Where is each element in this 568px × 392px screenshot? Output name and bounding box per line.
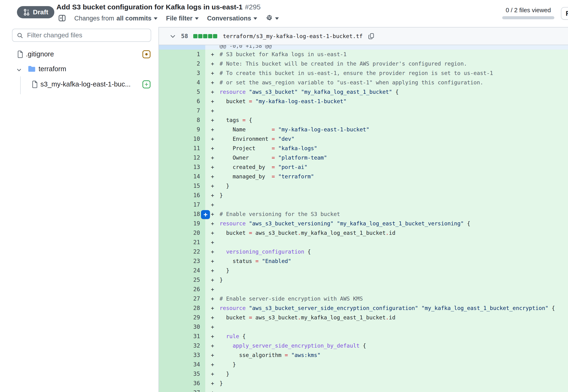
- code-line: + versioning_configuration {: [205, 247, 568, 256]
- line-number[interactable]: 6: [159, 97, 205, 106]
- pr-header: Draft Add S3 bucket configuration for Ka…: [0, 0, 568, 27]
- line-number[interactable]: 24: [159, 266, 205, 275]
- line-number[interactable]: 33: [159, 350, 205, 360]
- collapse-file-button[interactable]: [169, 33, 176, 40]
- add-comment-button[interactable]: +: [201, 210, 210, 219]
- chevron-down-icon: [16, 67, 22, 74]
- line-number[interactable]: 31: [159, 332, 205, 341]
- diff-line-row: 14+ managed_by = "terraform": [159, 172, 568, 181]
- draft-pr-icon: [23, 9, 30, 16]
- line-number[interactable]: 25: [159, 275, 205, 285]
- line-number[interactable]: 1: [159, 50, 205, 59]
- file-path-link[interactable]: terraform/s3_my-kafka-log-east-1-bucket.…: [223, 33, 363, 40]
- diffstat-block: [213, 34, 217, 38]
- diff-line-row: 36+}: [159, 378, 568, 388]
- diff-settings-dropdown[interactable]: [266, 14, 279, 23]
- code-line: +: [205, 388, 568, 392]
- line-number[interactable]: 18: [159, 210, 205, 219]
- code-line: +resource "aws_s3_bucket_versioning" "my…: [205, 219, 568, 228]
- addition-marker: +: [211, 256, 220, 266]
- line-number[interactable]: 4: [159, 78, 205, 87]
- file-filter-dropdown[interactable]: File filter: [166, 15, 199, 22]
- line-number[interactable]: 26: [159, 285, 205, 294]
- diff-line-row: 29+ bucket = aws_s3_bucket.my_kafka_log_…: [159, 313, 568, 322]
- diff-line-row: 6+ bucket = "my-kafka-log-east-1-bucket": [159, 97, 568, 106]
- chevron-down-icon: [275, 17, 279, 20]
- diffstat-block: [208, 34, 212, 38]
- diffstat-block: [203, 34, 207, 38]
- diff-line-row: 21+: [159, 238, 568, 247]
- line-number[interactable]: 28: [159, 303, 205, 313]
- conversations-dropdown[interactable]: Conversations: [207, 15, 257, 22]
- line-number[interactable]: 2: [159, 59, 205, 68]
- addition-marker: +: [211, 144, 220, 153]
- addition-marker: +: [211, 332, 220, 341]
- line-number[interactable]: 15: [159, 181, 205, 191]
- line-number[interactable]: 37: [159, 388, 205, 392]
- line-number[interactable]: 10: [159, 134, 205, 144]
- line-number[interactable]: 7: [159, 106, 205, 115]
- line-number[interactable]: 20: [159, 228, 205, 238]
- line-number[interactable]: 14: [159, 172, 205, 181]
- file-tree-item-s3-bucket-tf[interactable]: s3_my-kafka-log-east-1-buc... +: [0, 79, 159, 90]
- line-number[interactable]: 13: [159, 162, 205, 172]
- line-number[interactable]: 8: [159, 115, 205, 125]
- line-number[interactable]: 11: [159, 144, 205, 153]
- line-number[interactable]: 23: [159, 256, 205, 266]
- draft-badge: Draft: [17, 6, 54, 18]
- line-number[interactable]: 27: [159, 294, 205, 303]
- hunk-gutter: [159, 45, 205, 50]
- changes-from-dropdown[interactable]: Changes from all commits: [74, 15, 157, 22]
- addition-marker: +: [211, 162, 220, 172]
- code-line: +# or set the aws_region variable to "us…: [205, 78, 568, 87]
- addition-marker: +: [211, 87, 220, 97]
- code-line: +: [205, 106, 568, 115]
- folder-icon: [28, 65, 36, 73]
- addition-marker: +: [211, 59, 220, 68]
- addition-marker: +: [211, 303, 220, 313]
- pr-title: Add S3 bucket configuration for Kafka lo…: [57, 3, 243, 11]
- code-line: +# Enable versioning for the S3 bucket: [205, 210, 568, 219]
- line-number[interactable]: 32: [159, 341, 205, 350]
- addition-marker: +: [211, 210, 220, 219]
- code-line: +}: [205, 378, 568, 388]
- copy-path-button[interactable]: [368, 33, 375, 40]
- sidebar-toggle-button[interactable]: [58, 14, 66, 23]
- line-number[interactable]: 36: [159, 378, 205, 388]
- file-filter-label: File filter: [166, 15, 193, 22]
- line-number[interactable]: 17: [159, 200, 205, 210]
- review-changes-button[interactable]: R: [561, 7, 568, 20]
- file-tree-item-terraform[interactable]: terraform: [0, 63, 159, 75]
- line-number[interactable]: 19: [159, 219, 205, 228]
- hunk-header-text-clipped: @@ -0,0 +1,58 @@: [205, 45, 568, 50]
- line-number[interactable]: 9: [159, 125, 205, 134]
- line-number[interactable]: 16: [159, 191, 205, 200]
- line-number[interactable]: 12: [159, 153, 205, 162]
- diff-line-row: 13+ created_by = "port-ai": [159, 162, 568, 172]
- code-line: +# Note: This bucket will be created in …: [205, 59, 568, 68]
- code-line: +: [205, 200, 568, 210]
- line-number[interactable]: 21: [159, 238, 205, 247]
- diff-line-row: 19+resource "aws_s3_bucket_versioning" "…: [159, 219, 568, 228]
- line-number[interactable]: 34: [159, 360, 205, 369]
- code-line: +}: [205, 275, 568, 285]
- line-number[interactable]: 5: [159, 87, 205, 97]
- diff-file-header: 58 terraform/s3_my-kafka-log-east-1-buck…: [159, 28, 568, 45]
- addition-marker: +: [211, 294, 220, 303]
- line-number[interactable]: 35: [159, 369, 205, 378]
- code-line: + tags = {: [205, 115, 568, 125]
- diff-line-row: 7+: [159, 106, 568, 115]
- line-number[interactable]: 29: [159, 313, 205, 322]
- line-number[interactable]: 22: [159, 247, 205, 256]
- pr-number: #295: [245, 3, 261, 11]
- chevron-down-icon: [195, 17, 199, 20]
- line-number[interactable]: 3: [159, 68, 205, 78]
- diff-line-row: 20+ bucket = aws_s3_bucket.my_kafka_log_…: [159, 228, 568, 238]
- file-tree-item-gitignore[interactable]: .gitignore: [0, 49, 159, 60]
- line-number[interactable]: 30: [159, 322, 205, 332]
- diff-line-row: 4+# or set the aws_region variable to "u…: [159, 78, 568, 87]
- file-tree-label: s3_my-kafka-log-east-1-buc...: [41, 80, 131, 88]
- filter-changed-files-input[interactable]: [13, 29, 151, 41]
- code-line: + }: [205, 181, 568, 191]
- addition-marker: +: [211, 238, 220, 247]
